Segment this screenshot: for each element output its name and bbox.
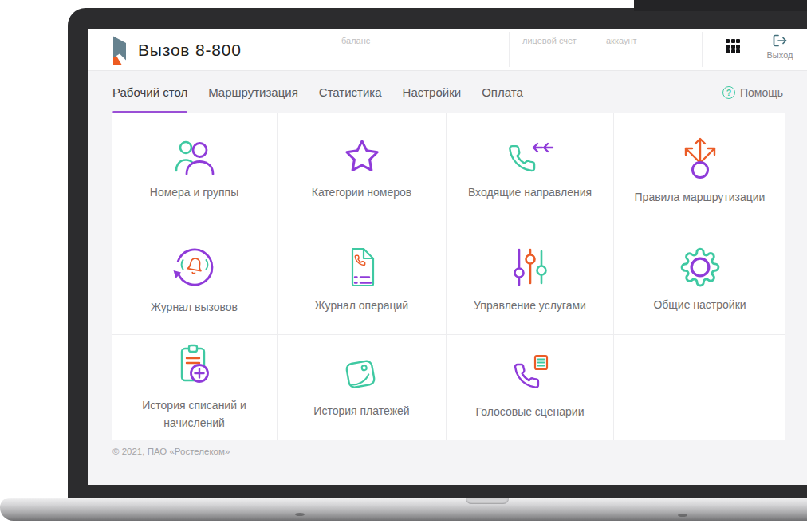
account-label: аккаунт	[606, 36, 637, 45]
tile-label: Голосовые сценарии	[476, 404, 585, 421]
star-icon	[343, 138, 381, 175]
laptop-base	[0, 498, 807, 521]
personal-account-label: лицевой счет	[522, 36, 577, 45]
laptop-foot	[295, 513, 305, 516]
tab-settings[interactable]: Настройки	[403, 71, 462, 113]
laptop-lid-notch	[466, 498, 509, 504]
tile-incoming-directions[interactable]: Входящие направления	[447, 113, 614, 227]
call-log-icon	[172, 245, 217, 290]
tile-call-log[interactable]: Журнал вызовов	[112, 227, 278, 335]
app-header: Вызов 8-800 баланс лицевой счет аккаунт	[88, 29, 807, 71]
tile-number-categories[interactable]: Категории номеров	[278, 113, 447, 227]
tile-label: Журнал вызовов	[151, 299, 238, 317]
empty-grid-cell	[614, 335, 785, 440]
tab-statistics[interactable]: Статистика	[319, 71, 382, 113]
brand-logo[interactable]: Вызов 8-800	[112, 35, 242, 65]
tile-label: История списаний и начислений	[124, 397, 266, 432]
header-separator	[509, 32, 510, 67]
incoming-call-icon	[506, 138, 555, 175]
tile-label: Номера и группы	[150, 184, 238, 202]
rostelecom-logo-icon	[112, 35, 127, 65]
screen: Вызов 8-800 баланс лицевой счет аккаунт	[88, 29, 807, 485]
logout-button[interactable]: Выход	[754, 34, 805, 60]
tile-routing-rules[interactable]: Правила маршрутизации	[614, 113, 785, 227]
tile-numbers-groups[interactable]: Номера и группы	[112, 113, 278, 227]
help-icon: ?	[722, 86, 735, 99]
tile-label: Общие настройки	[653, 297, 746, 314]
tab-dashboard[interactable]: Рабочий стол	[112, 71, 187, 113]
voice-script-icon	[510, 354, 550, 394]
copyright-text: © 2021, ПАО «Ростелеком»	[112, 447, 230, 456]
clipboard-plus-icon	[176, 343, 213, 388]
tile-service-management[interactable]: Управление услугами	[447, 227, 614, 335]
sliders-icon	[512, 246, 549, 288]
wallet-icon	[342, 355, 382, 393]
operations-log-icon	[345, 246, 379, 288]
tab-list: Рабочий стол Маршрутизация Статистика На…	[112, 71, 523, 113]
gear-icon	[680, 247, 720, 287]
header-separator	[329, 32, 329, 67]
tile-label: Категории номеров	[312, 184, 412, 202]
logout-label: Выход	[754, 50, 805, 60]
tile-label: Входящие направления	[468, 184, 592, 202]
tile-general-settings[interactable]: Общие настройки	[614, 227, 785, 335]
help-link[interactable]: ? Помощь	[722, 71, 783, 113]
tile-label: Правила маршрутизации	[635, 189, 766, 207]
routing-arrows-icon	[679, 133, 722, 179]
dashboard-grid: Номера и группы Категории номеров	[112, 113, 785, 440]
apps-grid-icon	[726, 39, 730, 43]
tile-label: История платежей	[313, 403, 409, 420]
tile-operations-log[interactable]: Журнал операций	[278, 227, 447, 335]
laptop-bezel: Вызов 8-800 баланс лицевой счет аккаунт	[68, 8, 807, 499]
tile-voice-scenarios[interactable]: Голосовые сценарии	[447, 335, 614, 440]
header-separator	[702, 32, 703, 67]
apps-grid-button[interactable]	[726, 39, 742, 55]
tile-label: Управление услугами	[474, 298, 586, 315]
logout-icon	[773, 34, 787, 47]
bezel-extension	[634, 0, 807, 11]
help-label: Помощь	[740, 86, 783, 99]
header-separator	[592, 32, 592, 67]
users-icon	[174, 138, 215, 175]
tab-payment[interactable]: Оплата	[482, 71, 523, 113]
laptop-foot	[678, 514, 687, 517]
tile-label: Журнал операций	[315, 298, 408, 315]
nav-bar: Рабочий стол Маршрутизация Статистика На…	[88, 71, 807, 113]
tile-charges-history[interactable]: История списаний и начислений	[112, 335, 278, 440]
balance-label: баланс	[341, 36, 370, 45]
tile-payments-history[interactable]: История платежей	[278, 335, 447, 440]
tab-routing[interactable]: Маршрутизация	[208, 71, 298, 113]
brand-title: Вызов 8-800	[138, 41, 242, 60]
